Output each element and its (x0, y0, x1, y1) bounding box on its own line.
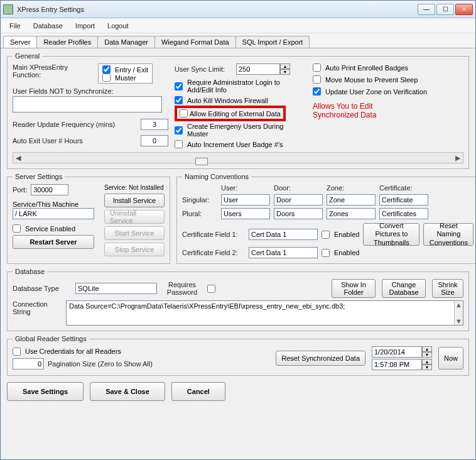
allow-edit-ext-checkbox[interactable] (180, 109, 188, 118)
req-pwd-label: Requires Password (163, 281, 201, 296)
maximize-button[interactable]: ☐ (436, 4, 454, 15)
update-zone-checkbox[interactable] (313, 87, 321, 96)
conn-string-value: Data Source=C:\ProgramData\Telaeris\XPre… (69, 302, 345, 310)
minimize-button[interactable]: — (418, 4, 435, 15)
date-up-icon[interactable]: ▲ (422, 346, 432, 352)
cancel-button[interactable]: Cancel (171, 382, 225, 401)
auto-kill-fw-label: Auto Kill Windows Firewall (187, 97, 268, 104)
db-type-label: Database Type (13, 285, 69, 292)
zone-col: Zone: (327, 184, 376, 192)
spinner-up-icon[interactable]: ▲ (280, 63, 290, 69)
require-admin-checkbox[interactable] (175, 82, 183, 90)
menu-logout[interactable]: Logout (107, 22, 129, 30)
shrink-size-button[interactable]: Shrink Size (432, 279, 463, 298)
time-down-icon[interactable]: ▼ (422, 364, 432, 370)
service-machine-label: Service/This Machine (13, 200, 100, 208)
sync-date-input[interactable] (372, 346, 422, 358)
textarea-scroll-down-icon[interactable]: ▼ (455, 317, 462, 325)
create-emergency-checkbox[interactable] (175, 126, 183, 134)
restart-server-button[interactable]: Restart Server (13, 235, 94, 249)
auto-exit-hours-input[interactable] (141, 135, 168, 146)
install-service-button[interactable]: Install Service (104, 194, 165, 207)
muster-checkbox[interactable] (102, 74, 111, 82)
uninstall-service-button[interactable]: Uninstall Service (104, 210, 165, 224)
entry-exit-checkbox[interactable] (102, 65, 111, 74)
stop-service-button[interactable]: Stop Service (104, 243, 165, 256)
menu-import[interactable]: Import (75, 22, 95, 30)
tab-data-manager[interactable]: Data Manager (97, 36, 155, 48)
move-mouse-checkbox[interactable] (313, 75, 321, 84)
sync-time-input[interactable] (372, 359, 422, 370)
cf2-label: Certificate Field 2: (182, 249, 245, 256)
door-plural-input[interactable] (274, 208, 323, 219)
close-button[interactable]: ✕ (455, 4, 473, 15)
auto-inc-badge-checkbox[interactable] (175, 140, 183, 148)
user-sync-limit-input[interactable] (236, 63, 280, 75)
user-fields-not-sync-label: User Fields NOT to Synchronize: (13, 87, 114, 95)
allow-edit-ext-label: Allow Editing of External Data (190, 110, 281, 118)
tab-reader-profiles[interactable]: Reader Profiles (36, 36, 98, 48)
req-pwd-checkbox[interactable] (207, 285, 215, 293)
global-reader-legend: Global Reader Settings (13, 335, 89, 342)
door-singular-input[interactable] (274, 194, 323, 205)
general-legend: General (13, 52, 42, 60)
singular-row: Singular: (182, 196, 217, 204)
scroll-left-icon[interactable]: ◀ (13, 154, 23, 162)
reader-update-freq-input[interactable] (141, 119, 168, 130)
pagination-label: Pagination Size (Zero to Show All) (48, 360, 153, 368)
menu-file[interactable]: File (9, 22, 21, 30)
show-folder-button[interactable]: Show In Folder (332, 279, 376, 298)
cert-singular-input[interactable] (379, 194, 428, 205)
service-enabled-checkbox[interactable] (13, 224, 21, 233)
start-service-button[interactable]: Start Service (104, 226, 165, 240)
zone-plural-input[interactable] (327, 208, 376, 219)
service-status: Service: Not Installed (104, 184, 165, 191)
user-singular-input[interactable] (221, 194, 270, 205)
cf1-enabled-checkbox[interactable] (322, 231, 330, 239)
user-col: User: (221, 184, 270, 192)
cert-col: Certificate: (379, 184, 428, 192)
entry-exit-label: Entry / Exit (115, 66, 148, 74)
scroll-thumb[interactable] (195, 158, 208, 165)
update-zone-label: Update User Zone on Verification (325, 88, 427, 96)
cert-plural-input[interactable] (379, 208, 428, 219)
save-close-button[interactable]: Save & Close (90, 382, 165, 401)
door-col: Door: (274, 184, 323, 192)
spinner-down-icon[interactable]: ▼ (280, 69, 290, 75)
conn-string-field[interactable]: Data Source=C:\ProgramData\Telaeris\XPre… (66, 300, 463, 326)
change-db-button[interactable]: Change Database (382, 279, 426, 298)
db-type-input[interactable] (75, 283, 157, 294)
cf2-enabled-label: Enabled (334, 249, 359, 256)
main-func-label: Main XPressEntry Function: (13, 63, 94, 79)
user-plural-input[interactable] (221, 208, 270, 219)
date-down-icon[interactable]: ▼ (422, 352, 432, 358)
auto-print-checkbox[interactable] (313, 63, 321, 72)
textarea-scroll-up-icon[interactable]: ▲ (455, 301, 462, 309)
convert-pictures-button[interactable]: Convert Pictures to Thumbnails (363, 223, 419, 246)
require-admin-label: Require Administrator Login to Add/Edit … (187, 79, 306, 94)
auto-kill-fw-checkbox[interactable] (175, 96, 183, 104)
user-fields-not-sync-input[interactable] (13, 96, 162, 112)
tab-wiegand[interactable]: Wiegand Format Data (154, 36, 236, 48)
reset-naming-button[interactable]: Reset Naming Conventions (423, 223, 473, 246)
cf1-input[interactable] (249, 229, 318, 240)
scroll-right-icon[interactable]: ▶ (453, 154, 463, 162)
general-hscroll[interactable]: ◀ ▶ (13, 152, 463, 163)
server-settings-legend: Server Settings (13, 173, 65, 180)
save-settings-button[interactable]: Save Settings (7, 382, 84, 401)
tab-server[interactable]: Server (3, 36, 37, 48)
use-creds-checkbox[interactable] (13, 348, 21, 356)
time-up-icon[interactable]: ▲ (422, 359, 432, 364)
pagination-size-input[interactable] (13, 358, 44, 370)
cf2-enabled-checkbox[interactable] (322, 249, 330, 257)
port-input[interactable] (31, 184, 68, 195)
zone-singular-input[interactable] (327, 194, 376, 205)
now-button[interactable]: Now (438, 347, 463, 370)
menu-database[interactable]: Database (33, 22, 63, 30)
service-machine-input[interactable] (13, 208, 94, 219)
app-icon (3, 4, 13, 14)
reset-sync-button[interactable]: Reset Synchronized Data (276, 351, 365, 366)
tab-sql-import[interactable]: SQL Import / Export (235, 36, 310, 48)
cf2-input[interactable] (249, 247, 318, 258)
create-emergency-label: Create Emergeny Users During Muster (187, 123, 306, 138)
